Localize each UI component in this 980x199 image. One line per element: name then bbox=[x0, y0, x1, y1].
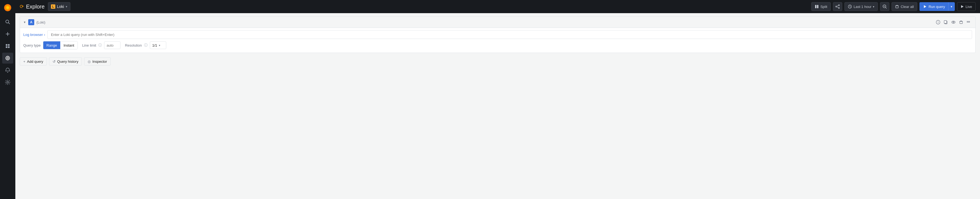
svg-rect-37 bbox=[944, 21, 947, 23]
resolution-select[interactable]: 1/1 ▾ bbox=[150, 41, 166, 49]
app-logo[interactable] bbox=[2, 2, 13, 13]
query-type-range-button[interactable]: Range bbox=[43, 41, 60, 49]
svg-rect-48 bbox=[967, 22, 968, 22]
split-button[interactable]: Split bbox=[811, 2, 831, 11]
svg-rect-7 bbox=[6, 44, 7, 46]
sidebar-item-search[interactable] bbox=[2, 16, 13, 27]
log-browser-chevron-icon: › bbox=[44, 33, 45, 37]
svg-marker-32 bbox=[924, 5, 926, 8]
svg-rect-10 bbox=[8, 46, 10, 48]
svg-rect-15 bbox=[817, 5, 818, 8]
sidebar-item-add[interactable] bbox=[2, 29, 13, 40]
svg-rect-14 bbox=[815, 5, 816, 8]
svg-rect-45 bbox=[967, 21, 968, 22]
datasource-selector[interactable]: L Loki ▾ bbox=[48, 2, 70, 11]
run-query-group: Run query ▾ bbox=[920, 2, 955, 11]
collapse-button[interactable]: ▾ bbox=[23, 20, 26, 25]
run-query-button[interactable]: Run query bbox=[920, 2, 948, 11]
live-icon bbox=[961, 5, 964, 8]
query-panel-header: ▾ A (Loki) ? bbox=[20, 17, 975, 28]
query-copy-button[interactable] bbox=[942, 19, 949, 25]
page-title-group: ⟳ Explore bbox=[20, 3, 45, 10]
sidebar-item-apps[interactable] bbox=[2, 41, 13, 51]
query-input[interactable] bbox=[48, 30, 972, 39]
zoom-out-icon bbox=[883, 5, 887, 9]
svg-rect-8 bbox=[8, 44, 10, 46]
svg-line-26 bbox=[886, 7, 886, 8]
log-browser-button[interactable]: Log browser › bbox=[23, 32, 45, 38]
header-actions: Split Last 1 hour ▾ bbox=[811, 2, 975, 11]
resolution-value: 1/1 bbox=[152, 43, 157, 48]
svg-point-17 bbox=[836, 6, 837, 7]
svg-rect-40 bbox=[960, 21, 963, 24]
svg-point-11 bbox=[6, 56, 10, 60]
query-visibility-button[interactable] bbox=[950, 19, 957, 25]
add-query-icon: + bbox=[23, 59, 25, 64]
explore-content: ▾ A (Loki) ? bbox=[15, 13, 980, 199]
add-query-button[interactable]: + Add query bbox=[20, 57, 47, 65]
query-history-button[interactable]: ↺ Query history bbox=[49, 57, 82, 65]
svg-rect-49 bbox=[968, 22, 969, 22]
query-more-button[interactable] bbox=[966, 19, 972, 25]
svg-rect-27 bbox=[896, 6, 898, 8]
explore-refresh-icon: ⟳ bbox=[20, 3, 24, 10]
delete-icon bbox=[959, 20, 963, 24]
svg-line-20 bbox=[837, 7, 838, 8]
svg-point-18 bbox=[838, 7, 840, 8]
svg-point-16 bbox=[838, 5, 840, 6]
line-limit-label: Line limit bbox=[82, 43, 96, 48]
query-type-toggle: Range Instant bbox=[43, 41, 78, 49]
clock-icon bbox=[848, 5, 852, 8]
datasource-chevron-icon: ▾ bbox=[66, 5, 67, 8]
run-query-chevron-icon: ▾ bbox=[951, 5, 952, 8]
svg-point-13 bbox=[7, 81, 8, 83]
svg-point-12 bbox=[7, 57, 8, 59]
svg-rect-46 bbox=[968, 21, 969, 22]
query-panel: ▾ A (Loki) ? bbox=[20, 16, 975, 53]
line-limit-option: Line limit ⓘ bbox=[82, 41, 121, 49]
query-body: Log browser › Query type Range Instant bbox=[20, 28, 975, 53]
datasource-name: Loki bbox=[57, 5, 64, 9]
resolution-option: Resolution ⓘ 1/1 ▾ bbox=[125, 41, 166, 49]
time-range-button[interactable]: Last 1 hour ▾ bbox=[845, 2, 878, 11]
resolution-info-icon: ⓘ bbox=[144, 43, 148, 48]
share-icon bbox=[835, 5, 840, 9]
copy-icon bbox=[943, 20, 948, 24]
query-letter-badge: A bbox=[28, 19, 34, 25]
datasource-icon: L bbox=[51, 5, 55, 9]
svg-rect-47 bbox=[969, 21, 970, 22]
line-limit-input[interactable] bbox=[104, 41, 121, 49]
zoom-out-button[interactable] bbox=[880, 2, 889, 11]
sidebar-item-explore[interactable] bbox=[2, 53, 13, 64]
sidebar-item-alerting[interactable] bbox=[2, 65, 13, 76]
query-type-instant-button[interactable]: Instant bbox=[60, 41, 78, 49]
run-query-caret-button[interactable]: ▾ bbox=[948, 2, 955, 11]
svg-point-39 bbox=[953, 22, 954, 23]
query-header-actions: ? bbox=[935, 19, 972, 25]
eye-icon bbox=[951, 20, 956, 24]
query-type-option: Query type Range Instant bbox=[23, 41, 78, 49]
top-header: ⟳ Explore L Loki ▾ Split bbox=[15, 0, 980, 13]
main-content: ⟳ Explore L Loki ▾ Split bbox=[15, 0, 980, 199]
inspector-button[interactable]: ◎ Inspector bbox=[84, 57, 110, 65]
sidebar-item-settings[interactable] bbox=[2, 77, 13, 88]
query-help-button[interactable]: ? bbox=[935, 19, 941, 25]
share-button[interactable] bbox=[833, 2, 842, 11]
svg-line-23 bbox=[850, 7, 851, 7]
live-button[interactable]: Live bbox=[957, 2, 975, 11]
clear-all-button[interactable]: Clear all bbox=[891, 2, 917, 11]
svg-marker-33 bbox=[961, 5, 964, 8]
query-history-icon: ↺ bbox=[52, 59, 56, 64]
svg-line-19 bbox=[837, 5, 838, 6]
svg-rect-50 bbox=[969, 22, 970, 22]
sidebar bbox=[0, 0, 15, 199]
query-actions: + Add query ↺ Query history ◎ Inspector bbox=[20, 55, 975, 67]
svg-rect-9 bbox=[6, 46, 7, 48]
inspector-icon: ◎ bbox=[88, 59, 91, 64]
query-row-2: Query type Range Instant Line limit ⓘ bbox=[23, 41, 972, 49]
query-datasource-label: (Loki) bbox=[37, 20, 46, 24]
query-delete-button[interactable] bbox=[958, 19, 964, 25]
run-icon bbox=[923, 5, 927, 8]
page-title: Explore bbox=[26, 3, 45, 10]
svg-text:?: ? bbox=[937, 21, 939, 24]
